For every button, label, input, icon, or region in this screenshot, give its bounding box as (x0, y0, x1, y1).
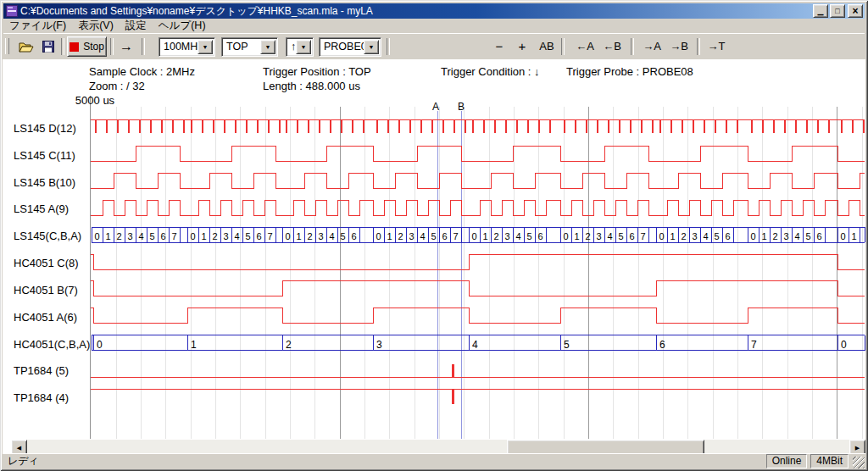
set-cursor-a-button[interactable]: →A (640, 37, 664, 55)
menu-settings[interactable]: 設定 (120, 18, 153, 35)
sample-clock-text: Sample Clock : 2MHz (89, 65, 195, 78)
run-button[interactable]: → (115, 37, 137, 55)
goto-cursor-b-button[interactable]: ←B (600, 37, 624, 55)
toolbar-grip[interactable] (5, 38, 9, 54)
waveform-client-area[interactable] (3, 59, 865, 454)
window-title: C:¥Documents and Settings¥noname¥デスクトップ¥… (20, 4, 811, 19)
channel-label: HC4051 A(6) (14, 311, 77, 324)
channel-label: LS145 B(10) (14, 176, 75, 189)
app-window: C:¥Documents and Settings¥noname¥デスクトップ¥… (0, 0, 868, 471)
menu-file[interactable]: ファイル(F) (3, 18, 72, 35)
toolbar-separator (387, 38, 390, 55)
app-icon (6, 5, 18, 17)
cursor-a-label[interactable]: A (432, 101, 439, 113)
channel-label: TP1684 (5) (14, 364, 69, 377)
open-file-button[interactable] (16, 37, 36, 55)
channel-label: TP1684 (4) (14, 391, 69, 404)
toolbar-separator (561, 38, 565, 55)
save-file-button[interactable] (38, 37, 58, 55)
dropdown-arrow-icon[interactable]: ▼ (198, 40, 213, 54)
trigger-edge-select[interactable]: ↑ ▼ (286, 37, 314, 57)
status-online-badge: Online (766, 454, 808, 468)
open-folder-icon (19, 41, 34, 53)
toolbar-separator (142, 38, 145, 55)
channel-label: LS145 A(9) (14, 202, 69, 215)
probe-select[interactable]: PROBE00 ▼ (319, 37, 381, 57)
dropdown-arrow-icon[interactable]: ▼ (296, 40, 311, 54)
trigger-position-value: TOP (226, 41, 248, 53)
floppy-disk-icon (42, 41, 54, 53)
status-ready-text: レディ (8, 454, 763, 468)
toolbar-separator (631, 38, 634, 55)
zoom-factor-text: Zoom : / 32 (89, 80, 145, 92)
maximize-button[interactable]: □ (830, 4, 845, 18)
channel-label: HC4051 C(8) (14, 257, 79, 269)
dropdown-arrow-icon[interactable]: ▼ (260, 40, 275, 54)
stop-icon (70, 42, 79, 52)
menu-help[interactable]: ヘルプ(H) (153, 18, 212, 35)
minimize-button[interactable]: ▁ (813, 4, 828, 18)
channel-label: HC4051(C,B,A) (14, 338, 90, 351)
trigger-position-text: Trigger Position : TOP (263, 65, 371, 78)
channel-label: HC4051 B(7) (14, 284, 78, 296)
resize-grip[interactable] (853, 457, 865, 468)
trigger-probe-text: Trigger Probe : PROBE08 (566, 65, 693, 78)
trigger-position-select[interactable]: TOP ▼ (221, 37, 278, 57)
title-bar: C:¥Documents and Settings¥noname¥デスクトップ¥… (3, 3, 865, 19)
dropdown-arrow-icon[interactable]: ▼ (364, 40, 379, 54)
channel-label: LS145 D(12) (14, 122, 76, 135)
goto-trigger-button[interactable]: →T (705, 37, 727, 55)
close-button[interactable]: × (848, 4, 863, 18)
stop-button[interactable]: Stop (67, 36, 107, 57)
zoom-out-button[interactable]: − (492, 37, 507, 55)
goto-cursor-a-button[interactable]: ←A (573, 37, 597, 55)
zoom-in-button[interactable]: + (515, 37, 530, 55)
zoom-ab-button[interactable]: AB (537, 37, 557, 55)
toolbar-separator (61, 38, 64, 55)
horizontal-scrollbar[interactable]: ◀ ▶ (11, 440, 865, 454)
trigger-condition-text: Trigger Condition : ↓ (441, 65, 540, 78)
toolbar: Stop → 100MHz ▼ TOP ▼ ↑ ▼ PROBE00 ▼ − + … (3, 33, 865, 59)
status-bar: レディ Online 4MBit (3, 453, 865, 468)
stop-label: Stop (83, 41, 104, 53)
channel-label: LS145 C(11) (14, 149, 75, 162)
status-memory-badge: 4MBit (810, 454, 849, 468)
set-cursor-b-button[interactable]: →B (667, 37, 691, 55)
toolbar-separator (110, 38, 114, 55)
menu-view[interactable]: 表示(V) (72, 18, 120, 35)
clock-select[interactable]: 100MHz ▼ (159, 37, 215, 57)
time-ruler-label: 5000 us (73, 94, 117, 107)
toolbar-separator (697, 38, 700, 55)
capture-length-text: Length : 488.000 us (263, 80, 360, 92)
channel-label: LS145(C,B,A) (14, 230, 81, 242)
menu-bar: ファイル(F) 表示(V) 設定 ヘルプ(H) (3, 19, 865, 33)
cursor-b-label[interactable]: B (458, 101, 465, 113)
